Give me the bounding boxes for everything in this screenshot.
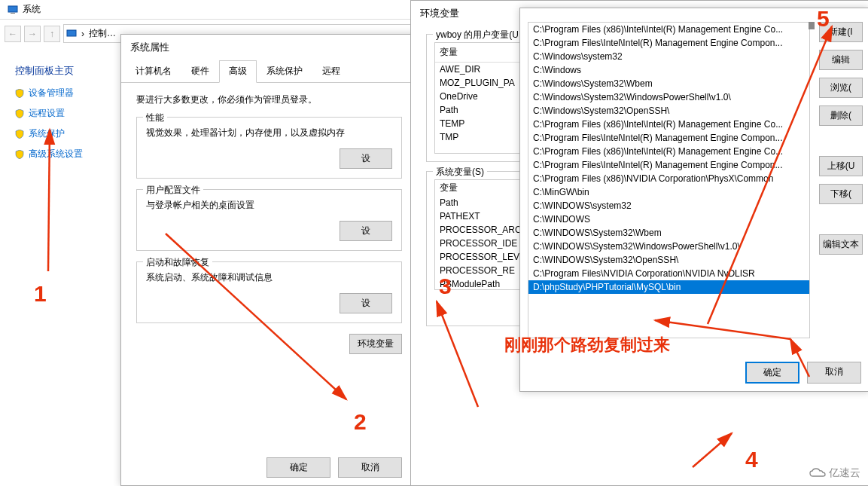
system-properties-window: 系统属性 计算机名 硬件 高级 系统保护 远程 要进行大多数更改，你必须作为管理… bbox=[120, 34, 418, 486]
path-item[interactable]: C:\Windows\System32\WindowsPowerShell\v1… bbox=[528, 90, 809, 104]
props-title: 系统属性 bbox=[121, 35, 417, 60]
path-item[interactable]: C:\Program Files (x86)\Intel\Intel(R) Ma… bbox=[528, 23, 809, 36]
tab-hardware[interactable]: 硬件 bbox=[181, 60, 219, 82]
scroll-up-icon[interactable] bbox=[809, 22, 815, 29]
admin-note: 要进行大多数更改，你必须作为管理员登录。 bbox=[136, 93, 402, 106]
nav-forward-button[interactable]: → bbox=[24, 26, 41, 42]
path-ok-button[interactable]: 确定 bbox=[745, 362, 799, 384]
userprofile-label: 用户配置文件 bbox=[143, 184, 203, 197]
userprofile-desc: 与登录帐户相关的桌面设置 bbox=[146, 199, 392, 212]
startup-group: 启动和故障恢复 系统启动、系统故障和调试信息 设 bbox=[136, 261, 402, 323]
svg-rect-1 bbox=[11, 13, 15, 14]
path-item[interactable]: C:\Windows\System32\OpenSSH\ bbox=[528, 104, 809, 118]
path-list[interactable]: C:\Program Files (x86)\Intel\Intel(R) Ma… bbox=[528, 22, 810, 338]
shield-icon bbox=[15, 130, 24, 139]
panel-link-text: 设备管理器 bbox=[29, 87, 74, 99]
userprofile-settings-button[interactable]: 设 bbox=[340, 221, 392, 241]
link-remote-settings[interactable]: 远程设置 bbox=[15, 107, 102, 120]
delete-path-button[interactable]: 删除( bbox=[819, 105, 863, 126]
svg-rect-0 bbox=[8, 6, 17, 12]
path-bottom-row: 确定 取消 bbox=[745, 362, 861, 384]
user-vars-label: ywboy 的用户变量(U bbox=[433, 29, 522, 41]
cloud-icon bbox=[809, 468, 826, 478]
nav-up-button[interactable]: ↑ bbox=[44, 26, 60, 42]
tab-computername[interactable]: 计算机名 bbox=[126, 60, 181, 82]
path-item[interactable]: C:\Program Files\NVIDIA Corporation\NVID… bbox=[528, 267, 809, 280]
shield-icon bbox=[15, 150, 24, 159]
browse-path-button[interactable]: 浏览( bbox=[819, 78, 863, 98]
shield-icon bbox=[15, 109, 24, 118]
shield-icon bbox=[15, 89, 24, 98]
startup-desc: 系统启动、系统故障和调试信息 bbox=[146, 271, 392, 284]
sys-vars-label: 系统变量(S) bbox=[433, 166, 487, 179]
path-item[interactable]: C:\WINDOWS\System32\OpenSSH\ bbox=[528, 253, 809, 267]
path-item[interactable]: C:\WINDOWS\System32\Wbem bbox=[528, 226, 809, 240]
link-device-manager[interactable]: 设备管理器 bbox=[15, 87, 102, 99]
performance-group: 性能 视觉效果，处理器计划，内存使用，以及虚拟内存 设 bbox=[136, 117, 402, 179]
props-cancel-button[interactable]: 取消 bbox=[338, 457, 402, 478]
panel-home-label[interactable]: 控制面板主页 bbox=[15, 64, 102, 78]
path-item[interactable]: C:\Program Files (x86)\Intel\Intel(R) Ma… bbox=[528, 145, 809, 158]
startup-settings-button[interactable]: 设 bbox=[340, 293, 392, 313]
path-item[interactable]: C:\WINDOWS\system32 bbox=[528, 199, 809, 212]
path-item[interactable]: C:\Windows\System32\Wbem bbox=[528, 77, 809, 90]
path-item[interactable]: C:\Program Files\Intel\Intel(R) Manageme… bbox=[528, 36, 809, 50]
path-item[interactable]: C:\Program Files (x86)\Intel\Intel(R) Ma… bbox=[528, 118, 809, 131]
path-cancel-button[interactable]: 取消 bbox=[807, 362, 861, 384]
path-item[interactable]: C:\Program Files (x86)\NVIDIA Corporatio… bbox=[528, 172, 809, 185]
breadcrumb-text: 控制… bbox=[89, 27, 116, 40]
panel-link-text: 远程设置 bbox=[29, 107, 65, 120]
system-title: 系统 bbox=[23, 3, 41, 16]
path-item[interactable]: C:\MinGW\bin bbox=[528, 185, 809, 199]
path-item[interactable]: C:\Program Files\Intel\Intel(R) Manageme… bbox=[528, 158, 809, 172]
moveup-path-button[interactable]: 上移(U bbox=[819, 156, 863, 176]
svg-rect-2 bbox=[67, 30, 76, 36]
tab-remote[interactable]: 远程 bbox=[312, 60, 350, 82]
edit-path-window: C:\Program Files (x86)\Intel\Intel(R) Ma… bbox=[519, 8, 868, 392]
edittext-path-button[interactable]: 编辑文本 bbox=[819, 234, 863, 255]
path-item[interactable]: C:\Windows bbox=[528, 63, 809, 77]
tablist: 计算机名 硬件 高级 系统保护 远程 bbox=[121, 60, 417, 83]
watermark-text: 亿速云 bbox=[829, 466, 860, 480]
performance-settings-button[interactable]: 设 bbox=[340, 148, 392, 169]
path-item[interactable]: C:\Program Files\Intel\Intel(R) Manageme… bbox=[528, 131, 809, 145]
watermark: 亿速云 bbox=[809, 466, 860, 480]
edit-path-button[interactable]: 编辑 bbox=[819, 50, 863, 70]
computer-icon bbox=[8, 5, 18, 15]
new-path-button[interactable]: 新建(I bbox=[819, 22, 863, 42]
nav-back-button[interactable]: ← bbox=[5, 26, 21, 42]
panel-link-text: 系统保护 bbox=[29, 127, 65, 140]
performance-desc: 视觉效果，处理器计划，内存使用，以及虚拟内存 bbox=[146, 127, 392, 139]
computer-icon bbox=[66, 29, 77, 39]
props-body: 要进行大多数更改，你必须作为管理员登录。 性能 视觉效果，处理器计划，内存使用，… bbox=[121, 83, 417, 365]
system-titlebar: 系统 bbox=[0, 0, 422, 20]
tab-protection[interactable]: 系统保护 bbox=[257, 60, 312, 82]
props-ok-button[interactable]: 确定 bbox=[266, 457, 330, 478]
panel-link-text: 高级系统设置 bbox=[29, 148, 83, 160]
env-variables-button[interactable]: 环境变量 bbox=[349, 334, 402, 354]
movedown-path-button[interactable]: 下移( bbox=[819, 184, 863, 204]
path-buttons-col: 新建(I 编辑 浏览( 删除( 上移(U 下移( 编辑文本 bbox=[819, 22, 863, 255]
tab-advanced[interactable]: 高级 bbox=[219, 60, 257, 83]
userprofile-group: 用户配置文件 与登录帐户相关的桌面设置 设 bbox=[136, 189, 402, 251]
path-item[interactable]: C:\WINDOWS\System32\WindowsPowerShell\v1… bbox=[528, 240, 809, 253]
link-system-protection[interactable]: 系统保护 bbox=[15, 127, 102, 140]
startup-label: 启动和故障恢复 bbox=[143, 256, 212, 269]
left-panel: 控制面板主页 设备管理器 远程设置 系统保护 高级系统设置 bbox=[0, 57, 117, 176]
props-bottom-row: 确定 取消 bbox=[266, 457, 402, 478]
performance-label: 性能 bbox=[143, 112, 167, 124]
path-item[interactable]: D:\phpStudy\PHPTutorial\MySQL\bin bbox=[528, 280, 809, 294]
path-item[interactable]: C:\WINDOWS bbox=[528, 212, 809, 226]
path-item[interactable]: C:\Windows\system32 bbox=[528, 50, 809, 63]
link-advanced-settings[interactable]: 高级系统设置 bbox=[15, 148, 102, 160]
